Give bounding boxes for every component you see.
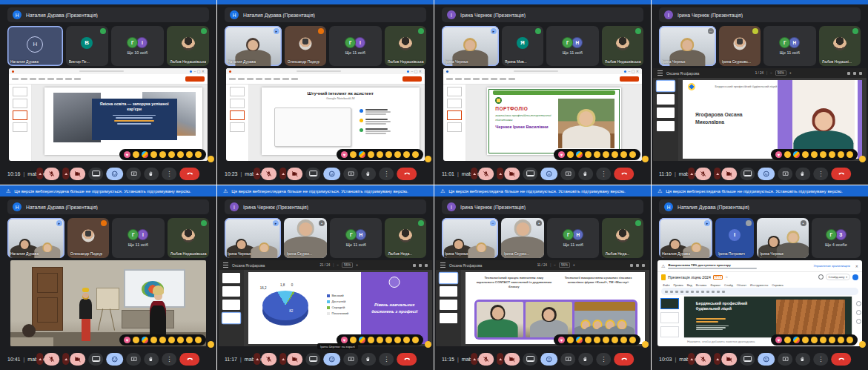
thumbs-down-reaction[interactable] <box>412 337 419 343</box>
participant-tile-Ірина-Чернюк[interactable]: Ірина Чернюк▪ <box>757 218 808 258</box>
captions-button[interactable] <box>88 353 103 366</box>
cry-reaction[interactable] <box>829 337 835 343</box>
camera-muted-button[interactable] <box>721 353 737 366</box>
captions-button[interactable] <box>740 353 755 366</box>
leave-call-button[interactable] <box>831 168 851 180</box>
page-thumbnail[interactable] <box>222 273 240 283</box>
more-options-icon[interactable] <box>425 264 428 267</box>
heart-reaction[interactable]: ♥ <box>124 151 130 158</box>
participant-tile-Любов-Недашківська[interactable]: Любов Недашківська <box>385 26 426 66</box>
clap-reaction[interactable] <box>368 337 374 343</box>
reactions-button[interactable] <box>758 353 775 366</box>
side-panel-icon[interactable] <box>856 319 861 324</box>
thumbs-up-reaction[interactable] <box>133 337 139 343</box>
history-icon[interactable] <box>818 274 824 280</box>
page-thumbnail[interactable] <box>657 81 675 91</box>
share-button[interactable] <box>852 274 858 280</box>
captions-button[interactable] <box>305 168 320 180</box>
thumbs-up-reaction[interactable] <box>567 337 574 343</box>
thumbs-up-reaction[interactable] <box>567 151 574 158</box>
zoom-in-icon[interactable]: + <box>356 263 358 267</box>
captions-button[interactable] <box>523 168 537 180</box>
close-icon[interactable]: ✕ <box>855 264 858 268</box>
leave-call-button[interactable] <box>831 353 851 366</box>
share-button[interactable] <box>402 76 422 82</box>
page-thumbnail[interactable] <box>440 273 457 283</box>
party-reaction[interactable] <box>793 337 800 343</box>
slide-thumbnail[interactable] <box>447 99 462 108</box>
menu-item-1[interactable]: Правка <box>674 283 683 287</box>
camera-muted-button[interactable] <box>70 353 85 366</box>
raise-hand-button[interactable] <box>795 353 810 366</box>
menu-icon[interactable] <box>440 262 445 268</box>
present-screen-button[interactable] <box>778 168 792 180</box>
present-screen-button[interactable] <box>560 353 575 366</box>
joy-reaction[interactable] <box>811 151 818 158</box>
participant-tile-Ірина-Чернюк[interactable]: Ірина Чернюк▸ <box>225 218 281 258</box>
menu-item-7[interactable]: Инструменты <box>750 283 768 287</box>
camera-muted-button-options-chevron[interactable] <box>714 353 720 365</box>
participant-tile-Наталия-Дурава[interactable]: Наталия Дурава▸ <box>225 26 282 66</box>
hand-reaction[interactable] <box>208 156 214 162</box>
present-screen-button[interactable] <box>778 353 792 366</box>
thumbs-down-reaction[interactable] <box>847 337 853 343</box>
joy-reaction[interactable] <box>594 337 600 343</box>
cry-reaction[interactable] <box>177 337 184 343</box>
mic-muted-button[interactable] <box>44 353 59 366</box>
heart-reaction[interactable]: ♥ <box>124 337 130 343</box>
side-panel-icon[interactable] <box>856 301 861 306</box>
clap-reaction[interactable] <box>802 151 809 158</box>
more-options-button[interactable]: ⋮ <box>813 168 828 180</box>
zoom-in-icon[interactable]: + <box>573 263 575 267</box>
participant-tile-Любов-Недашківська[interactable]: Любов Недашківська <box>167 26 209 66</box>
participant-tile-Ірина-Скурко---[interactable]: Ірина Скурко...▪ <box>284 218 327 258</box>
camera-muted-button-options-chevron[interactable] <box>279 353 286 365</box>
participant-tile-Ірина-Петрович[interactable]: ІІрина Петрович <box>715 218 755 258</box>
participant-tile-more[interactable]: ГІЩе 11 осіб <box>329 26 382 66</box>
camera-muted-button[interactable] <box>504 168 520 180</box>
heart-reaction[interactable]: ♥ <box>558 337 565 343</box>
participant-tile-Любов-Недашківська[interactable]: Любов Недашківська <box>602 26 643 66</box>
joy-reaction[interactable] <box>159 337 166 343</box>
heart-reaction[interactable]: ♥ <box>775 337 782 343</box>
mic-muted-button-options-chevron[interactable] <box>254 168 260 179</box>
heart-reaction[interactable]: ♥ <box>775 151 782 158</box>
print-icon[interactable] <box>630 264 633 267</box>
share-button[interactable] <box>185 76 205 82</box>
leave-call-button[interactable] <box>179 353 199 366</box>
page-thumbnail[interactable] <box>657 108 675 118</box>
joy-reaction[interactable] <box>811 337 818 343</box>
camera-muted-button[interactable] <box>721 168 737 180</box>
more-options-button[interactable]: ⋮ <box>379 353 394 366</box>
reactions-button[interactable] <box>106 353 123 366</box>
reactions-button[interactable] <box>106 168 123 180</box>
hand-reaction[interactable] <box>208 341 214 348</box>
thinking-reaction[interactable] <box>838 151 844 158</box>
hand-reaction[interactable] <box>642 156 649 162</box>
page-thumbnail[interactable] <box>222 313 240 323</box>
thinking-reaction[interactable] <box>403 151 410 158</box>
slide-thumbnail[interactable] <box>447 122 462 132</box>
heart-reaction[interactable]: ♥ <box>341 151 348 158</box>
mic-muted-button[interactable] <box>478 168 494 180</box>
party-reaction[interactable] <box>142 151 148 158</box>
present-screen-button[interactable] <box>343 353 358 366</box>
party-reaction[interactable] <box>142 337 148 343</box>
cry-reaction[interactable] <box>177 151 184 158</box>
participant-tile-Ірина-Скурко---[interactable]: Ірина Скурко...▪ <box>501 218 544 258</box>
heart-reaction[interactable]: ♥ <box>341 337 348 343</box>
captions-button[interactable] <box>305 353 320 366</box>
thumbs-down-reaction[interactable] <box>412 151 419 158</box>
surprise-reaction[interactable] <box>820 337 826 343</box>
page-thumbnail[interactable] <box>657 94 675 105</box>
leave-call-button[interactable] <box>397 168 417 180</box>
raise-hand-button[interactable] <box>578 168 593 180</box>
more-options-icon[interactable] <box>859 72 862 75</box>
surprise-reaction[interactable] <box>385 151 392 158</box>
reactions-button[interactable] <box>540 168 557 180</box>
menu-icon[interactable] <box>657 70 663 76</box>
menu-item-2[interactable]: Вид <box>687 283 692 287</box>
mic-muted-button-options-chevron[interactable] <box>254 353 260 365</box>
surprise-reaction[interactable] <box>168 151 175 158</box>
present-screen-button[interactable] <box>560 168 575 180</box>
